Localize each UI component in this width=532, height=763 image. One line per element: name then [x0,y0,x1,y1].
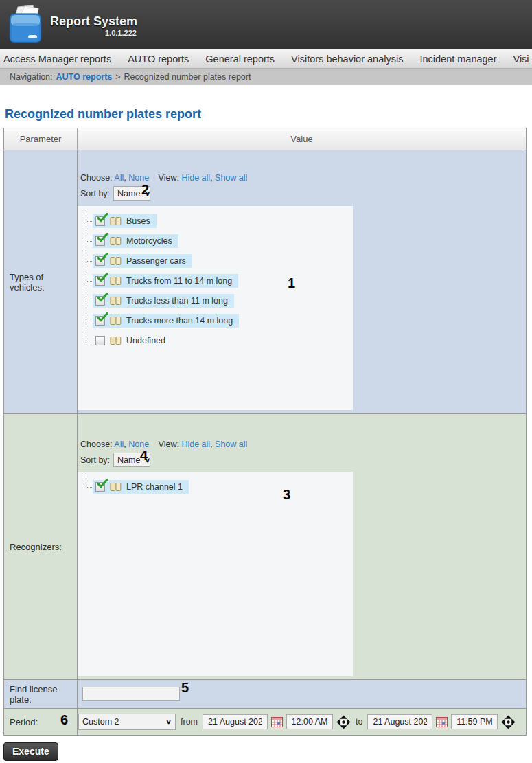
time-spinner-icon[interactable] [501,715,516,729]
checkbox[interactable] [95,316,105,326]
vehicles-choose-all-link[interactable]: All [114,173,124,183]
vehicles-sort-line: Sort by: Name ∨ [80,186,150,201]
checkbox[interactable] [95,296,105,306]
period-preset-select[interactable]: Custom 2 ∨ [78,714,176,730]
annotation-3: 3 [283,487,290,503]
nav-tab[interactable]: AUTO reports [128,54,189,65]
recognizers-tree-panel: LPR channel 1 [78,472,353,676]
tree-item-label: Trucks less than 11 m long [126,296,228,306]
period-preset-value: Custom 2 [82,717,119,727]
folder-icon [110,296,122,306]
period-from-label: from [181,717,198,727]
tree-item-label: Motorcycles [126,236,172,246]
vehicles-hide-all-link[interactable]: Hide all [181,173,210,183]
checkbox[interactable] [95,276,105,286]
breadcrumb: Navigation: AUTO reports > Recognized nu… [0,69,532,85]
sort-select-value: Name [117,455,140,465]
choose-label: Choose: [80,440,113,449]
to-date-input[interactable] [367,714,432,729]
tree-item-label: Buses [126,216,150,226]
recognizer-tree-item[interactable]: LPR channel 1 [84,477,353,497]
annotation-2: 2 [141,182,149,198]
table-header: Parameter Value [4,128,526,150]
sort-by-label: Sort by: [80,455,110,465]
nav-tab[interactable]: Access Manager reports [3,54,111,65]
report-system-page: Report System 1.0.1.222 Access Manager r… [0,0,532,763]
tree-item-box: LPR channel 1 [93,480,189,494]
tree-item-label: Trucks more than 14 m long [126,316,233,326]
row-types-of-vehicles: Types of vehicles: Choose: All, None Vie… [4,150,526,414]
time-spinner-icon[interactable] [336,715,351,729]
app-header: Report System 1.0.1.222 [0,0,532,49]
tree-item-label: Undefined [126,336,165,345]
view-label: View: [159,440,179,449]
recognizers-show-all-link[interactable]: Show all [215,440,247,449]
vehicle-tree-item[interactable]: Buses [84,211,353,231]
calendar-icon[interactable] [271,717,283,727]
execute-button[interactable]: Execute [3,742,58,761]
types-of-vehicles-label: Types of vehicles: [4,150,78,413]
recognizers-hide-all-link[interactable]: Hide all [181,440,210,449]
app-version: 1.0.1.222 [105,29,137,37]
folder-icon [110,336,122,345]
breadcrumb-label: Navigation: [10,72,53,82]
tree-item-box: Passenger cars [93,254,192,268]
vehicles-choose-none-link[interactable]: None [128,173,149,183]
calendar-icon[interactable] [436,717,448,727]
row-recognizers: Recognizers: Choose: All, None View: Hid… [4,414,526,680]
nav-tab[interactable]: Visitors behavior analysis [291,54,403,65]
nav-tab[interactable]: Incident manager [419,54,496,65]
sort-by-label: Sort by: [80,189,110,198]
app-title: Report System [50,14,137,29]
app-title-block: Report System 1.0.1.222 [50,14,137,37]
column-header-value: Value [78,128,526,150]
vehicle-tree-item[interactable]: Trucks from 11 to 14 m long [84,271,353,291]
vehicle-tree-item[interactable]: Passenger cars [84,251,353,271]
sort-select-value: Name [117,189,140,198]
folder-icon [110,482,122,492]
checkbox[interactable] [95,236,105,246]
recognizers-label: Recognizers: [4,414,78,679]
tree-item-box: Trucks more than 14 m long [93,314,239,328]
view-label: View: [159,173,179,183]
to-time-input[interactable] [451,714,498,729]
tree-item-label: Trucks from 11 to 14 m long [126,276,232,286]
row-period: Period: Custom 2 ∨ from [4,709,526,735]
tree-item-box: Trucks less than 11 m long [93,294,234,308]
checkbox[interactable] [95,256,105,266]
checkbox[interactable] [95,216,105,226]
checkbox[interactable] [95,482,105,492]
find-license-plate-value [78,680,526,708]
folder-icon [110,256,122,266]
vehicles-show-all-link[interactable]: Show all [215,173,247,183]
vehicle-tree-item[interactable]: Motorcycles [84,231,353,251]
find-license-plate-label: Find license plate: [4,680,78,708]
period-value: Custom 2 ∨ from [78,709,526,735]
tree-item-label: Passenger cars [126,256,186,266]
recognizers-choose-all-link[interactable]: All [114,440,124,449]
period-controls: Custom 2 ∨ from [78,709,526,735]
breadcrumb-separator: > [115,72,120,82]
main-nav: Access Manager reportsAUTO reportsGenera… [0,49,532,69]
chevron-down-icon: ∨ [165,718,172,726]
folder-icon [110,316,122,326]
folder-icon [110,236,122,246]
annotation-1: 1 [288,275,295,291]
breadcrumb-link-auto-reports[interactable]: AUTO reports [56,72,113,82]
from-time-input[interactable] [286,714,333,729]
vehicle-tree-item[interactable]: Trucks less than 11 m long [84,291,353,310]
from-date-input[interactable] [203,714,268,729]
choose-label: Choose: [80,173,113,183]
find-license-plate-input[interactable] [82,687,180,701]
recognizers-choose-line: Choose: All, None View: Hide all, Show a… [80,440,247,449]
nav-tab[interactable]: Visi [513,54,529,65]
vehicle-tree-item[interactable]: Undefined [84,330,353,350]
vehicle-tree-item[interactable]: Trucks more than 14 m long [84,310,353,330]
column-header-parameter: Parameter [4,128,78,150]
tree-item-label: LPR channel 1 [126,482,183,492]
nav-tab[interactable]: General reports [205,54,275,65]
period-to-label: to [356,717,362,727]
checkbox[interactable] [95,336,105,345]
vehicles-tree-panel: Buses [78,206,353,410]
annotation-5: 5 [181,680,189,696]
